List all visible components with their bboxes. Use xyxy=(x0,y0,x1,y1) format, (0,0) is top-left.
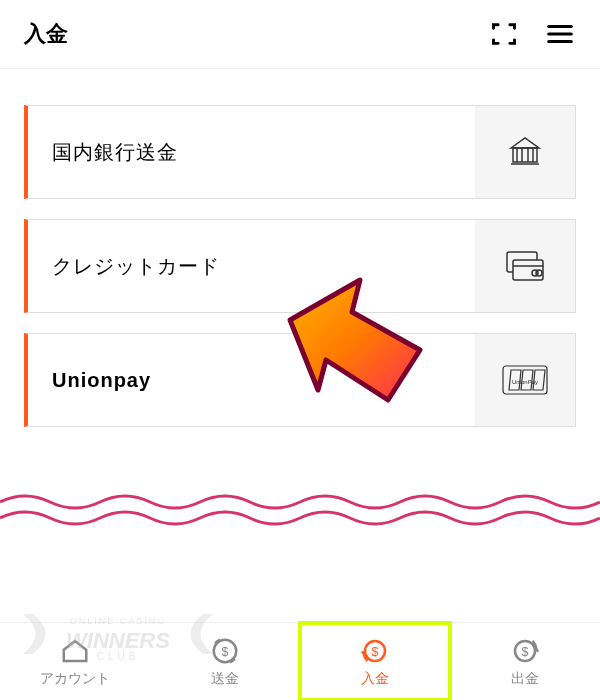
card-icon xyxy=(475,220,575,312)
header-actions xyxy=(488,18,576,50)
tab-account[interactable]: アカウント xyxy=(0,623,150,700)
payment-label: 国内銀行送金 xyxy=(28,139,178,166)
tab-label: 入金 xyxy=(361,670,389,688)
deposit-icon: $ xyxy=(360,636,390,666)
payment-option-credit-card[interactable]: クレジットカード xyxy=(24,219,576,313)
transfer-icon: $ xyxy=(210,636,240,666)
tab-transfer[interactable]: $ 送金 xyxy=(150,623,300,700)
svg-text:$: $ xyxy=(372,645,379,659)
payment-label: Unionpay xyxy=(28,369,151,392)
tab-deposit[interactable]: $ 入金 xyxy=(300,623,450,700)
tab-label: アカウント xyxy=(40,670,110,688)
payment-option-bank[interactable]: 国内銀行送金 xyxy=(24,105,576,199)
withdraw-icon: $ xyxy=(510,636,540,666)
wave-divider-icon xyxy=(0,490,600,530)
svg-text:UnionPay: UnionPay xyxy=(512,379,538,385)
bottom-tabbar: アカウント $ 送金 $ 入金 $ 出金 xyxy=(0,622,600,700)
tab-label: 送金 xyxy=(211,670,239,688)
svg-text:$: $ xyxy=(522,645,529,659)
unionpay-icon: UnionPay xyxy=(475,334,575,426)
scan-icon[interactable] xyxy=(488,18,520,50)
home-icon xyxy=(60,636,90,666)
payment-label: クレジットカード xyxy=(28,253,220,280)
header: 入金 xyxy=(0,0,600,69)
tab-withdraw[interactable]: $ 出金 xyxy=(450,623,600,700)
menu-icon[interactable] xyxy=(544,18,576,50)
tab-label: 出金 xyxy=(511,670,539,688)
payment-methods-list: 国内銀行送金 クレジットカード Unionp xyxy=(0,69,600,427)
bank-icon xyxy=(475,106,575,198)
page-title: 入金 xyxy=(24,19,68,49)
payment-option-unionpay[interactable]: Unionpay UnionPay xyxy=(24,333,576,427)
svg-text:$: $ xyxy=(222,645,229,659)
